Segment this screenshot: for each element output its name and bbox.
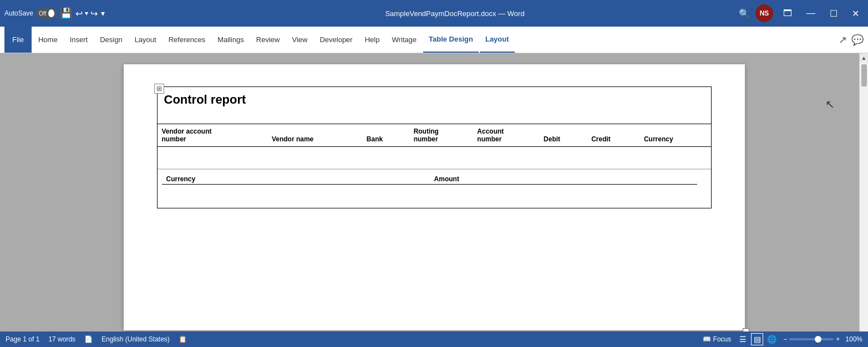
word-count[interactable]: 17 words — [48, 335, 75, 343]
cell-vendor-account — [158, 147, 267, 169]
avatar[interactable]: NS — [755, 4, 773, 22]
maximize-button[interactable]: ☐ — [825, 6, 842, 21]
quick-access-dropdown[interactable]: ▾ — [101, 9, 105, 18]
tab-file[interactable]: File — [4, 27, 32, 53]
comment-button[interactable]: 💬 — [851, 34, 864, 46]
separator: — — [498, 9, 505, 18]
focus-label: Focus — [713, 335, 732, 343]
focus-icon: 📖 — [703, 335, 711, 343]
tab-references[interactable]: References — [163, 27, 211, 53]
document-area: ↖ ▲ ⊞ Control report Vendor accountnumbe… — [0, 53, 868, 331]
tab-design[interactable]: Design — [94, 27, 128, 53]
language-label[interactable]: English (United States) — [101, 335, 170, 343]
title-bar: AutoSave Off 💾 ↩ ▾ ↪ ▾ SampleVendPaymDoc… — [0, 0, 868, 27]
sub-cell-amount — [430, 185, 698, 205]
sub-col-currency: Currency — [162, 173, 430, 185]
tab-layout-table[interactable]: Layout — [480, 27, 515, 53]
status-bar-right: 📖 Focus ☰ ▤ 🌐 − + 100% — [703, 333, 862, 345]
sub-table: Currency Amount — [162, 173, 707, 205]
undo-dropdown-button[interactable]: ▾ — [85, 9, 88, 17]
print-view-button[interactable]: ▤ — [751, 333, 763, 345]
focus-button[interactable]: 📖 Focus — [703, 335, 732, 343]
track-changes-icon[interactable]: 📋 — [179, 335, 187, 343]
minimize-button[interactable]: — — [802, 6, 820, 21]
vertical-scrollbar[interactable]: ▲ — [859, 53, 868, 331]
zoom-out-button[interactable]: − — [783, 335, 787, 343]
title-bar-right: 🔍 NS 🗖 — ☐ ✕ — [739, 4, 864, 22]
tab-mailings[interactable]: Mailings — [212, 27, 250, 53]
autosave-label: AutoSave — [4, 9, 33, 17]
cell-routing-number — [409, 147, 473, 169]
share-button[interactable]: ↗ — [839, 34, 847, 46]
undo-button[interactable]: ↩ — [75, 8, 83, 19]
tab-view[interactable]: View — [286, 27, 313, 53]
col-header-credit: Credit — [587, 124, 639, 147]
title-bar-left: AutoSave Off 💾 ↩ ▾ ↪ ▾ — [4, 7, 171, 19]
sub-col-empty1 — [697, 173, 706, 185]
table-move-handle[interactable]: ⊞ — [154, 84, 164, 94]
ribbon-right-icons: ↗ 💬 — [839, 34, 864, 46]
ribbon: File Home Insert Design Layout Reference… — [0, 27, 868, 53]
tab-home[interactable]: Home — [33, 27, 63, 53]
status-bar: Page 1 of 1 17 words 📄 English (United S… — [0, 331, 868, 347]
view-icons: ☰ ▤ 🌐 — [737, 333, 778, 345]
tab-writage[interactable]: Writage — [386, 27, 422, 53]
tab-developer[interactable]: Developer — [314, 27, 358, 53]
close-button[interactable]: ✕ — [847, 6, 864, 21]
scroll-up-button[interactable]: ▲ — [860, 53, 869, 62]
app-name: Word — [507, 9, 525, 18]
filename-label: SampleVendPaymDocReport.docx — [385, 9, 496, 18]
scroll-thumb[interactable] — [861, 64, 867, 86]
proofing-icon[interactable]: 📄 — [84, 335, 93, 343]
save-button[interactable]: 💾 — [60, 7, 72, 19]
cell-currency-main — [639, 147, 711, 169]
cell-bank — [362, 147, 409, 169]
cell-vendor-name — [267, 147, 362, 169]
autosave-toggle[interactable]: Off — [37, 8, 57, 18]
page-info[interactable]: Page 1 of 1 — [6, 335, 39, 343]
col-header-debit: Debit — [539, 124, 587, 147]
document-page: ⊞ Control report Vendor accountnumber Ve… — [124, 64, 745, 330]
sub-cell-currency — [162, 185, 430, 205]
document-table: Control report Vendor accountnumber Vend… — [157, 86, 712, 208]
col-header-vendor-account: Vendor accountnumber — [158, 124, 267, 147]
cell-account-number — [473, 147, 539, 169]
col-header-routing-number: Routingnumber — [409, 124, 473, 147]
web-view-button[interactable]: 🌐 — [765, 333, 778, 345]
sub-col-amount: Amount — [430, 173, 698, 185]
col-header-bank: Bank — [362, 124, 409, 147]
sub-section: Currency Amount — [158, 169, 711, 208]
sub-cell-empty — [697, 185, 706, 205]
undo-redo-group: ↩ ▾ ↪ — [75, 8, 98, 19]
tab-layout[interactable]: Layout — [129, 27, 162, 53]
zoom-in-button[interactable]: + — [836, 335, 840, 343]
restore-window-button[interactable]: 🗖 — [779, 6, 796, 21]
read-view-button[interactable]: ☰ — [737, 333, 749, 345]
cell-credit — [587, 147, 639, 169]
tab-review[interactable]: Review — [251, 27, 286, 53]
tab-help[interactable]: Help — [359, 27, 385, 53]
mouse-cursor: ↖ — [825, 98, 835, 111]
title-bar-center: SampleVendPaymDocReport.docx — Word — [171, 9, 739, 18]
col-header-currency: Currency — [639, 124, 711, 147]
table-resize-handle[interactable] — [743, 328, 749, 331]
zoom-bar: − + — [783, 335, 840, 343]
table-header-row: Vendor accountnumber Vendor name Bank Ro… — [158, 124, 711, 169]
table-row — [158, 147, 711, 169]
search-button[interactable]: 🔍 — [739, 8, 750, 19]
toggle-circle — [48, 9, 54, 17]
col-header-account-number: Accountnumber — [473, 124, 539, 147]
report-title: Control report — [158, 87, 711, 124]
cell-debit — [539, 147, 587, 169]
redo-button[interactable]: ↪ — [90, 8, 98, 19]
toggle-state-label: Off — [39, 11, 46, 17]
zoom-percent-label[interactable]: 100% — [845, 335, 862, 343]
sub-table-row — [162, 185, 707, 205]
zoom-thumb[interactable] — [815, 336, 821, 343]
zoom-slider[interactable] — [789, 338, 834, 340]
tab-insert[interactable]: Insert — [64, 27, 94, 53]
tab-table-design[interactable]: Table Design — [423, 27, 479, 53]
col-header-vendor-name: Vendor name — [267, 124, 362, 147]
